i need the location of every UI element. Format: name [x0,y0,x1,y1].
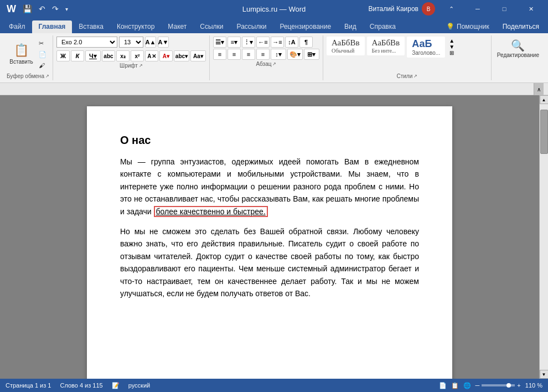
page-info[interactable]: Страница 1 из 1 [6,382,51,389]
styles-label[interactable]: Стили ↗ [396,73,417,79]
undo-quick-btn[interactable]: ↶ [37,3,48,14]
words-info[interactable]: Слово 4 из 115 [60,382,102,389]
style-no-spacing[interactable]: АаБбВв Без инте... [367,37,405,55]
ribbon-toggle-btn[interactable]: ⌃ [438,0,464,18]
styles-expand-icon[interactable]: ↗ [413,74,417,79]
align-center-btn[interactable]: ≡ [228,49,241,60]
scroll-down-btn[interactable]: ▼ [540,370,549,379]
styles-expand[interactable]: ⊞ [448,50,455,56]
redo-quick-btn[interactable]: ↷ [50,3,61,14]
numbering-btn[interactable]: ≡▾ [228,37,241,48]
font-size-label[interactable]: Аа▾ [190,50,206,61]
borders-btn[interactable]: ⊞▾ [304,49,319,60]
tab-view[interactable]: Вид [338,20,363,33]
align-left-btn[interactable]: ≡ [213,49,226,60]
paste-button[interactable]: 📋 Вставить [7,38,35,71]
decrease-indent-btn[interactable]: ←≡ [256,37,270,48]
font-top-row: Exo 2.0 13 A▲ A▼ [56,37,169,48]
tab-file[interactable]: Файл [2,20,32,33]
sort-btn[interactable]: ↕A [285,37,298,48]
shading-btn[interactable]: 🎨▾ [287,49,303,60]
styles-scroll-up[interactable]: ▲ [448,38,455,44]
spell-check-icon[interactable]: 📝 [112,382,120,389]
save-quick-btn[interactable]: 💾 [20,3,34,14]
format-painter-button[interactable]: 🖌 [37,60,49,70]
decrease-font-btn[interactable]: A▼ [158,37,169,48]
close-btn[interactable]: ✕ [518,0,544,18]
tab-mailings[interactable]: Рассылки [230,20,273,33]
show-marks-btn[interactable]: ¶ [299,37,313,48]
title-bar-right: Виталий Каиров В ⌃ ─ □ ✕ [368,0,544,18]
multilevel-btn[interactable]: ⋮▾ [242,37,255,48]
superscript-button[interactable]: x² [131,50,144,61]
styles-scroll-down[interactable]: ▼ [448,44,455,50]
highlighted-phrase[interactable]: более качественно и быстрее. [154,206,268,217]
copy-button[interactable]: 📄 [37,49,49,59]
zoom-out-btn[interactable]: ─ [475,382,480,389]
language-info[interactable]: русский [128,382,150,389]
tab-help[interactable]: Справка [363,20,402,33]
maximize-btn[interactable]: □ [492,0,517,18]
subscript-button[interactable]: x₂ [116,50,130,61]
tab-share[interactable]: Поделиться [496,20,546,33]
style-heading1[interactable]: АаБ Заголово... [407,37,445,58]
cut-button[interactable]: ✂ [37,38,49,48]
tab-home[interactable]: Главная [32,20,73,33]
document-page: О нас Мы — группа энтузиастов, одержимых… [87,106,452,379]
scroll-up-btn[interactable]: ▲ [540,95,549,104]
ruler-collapse-btn[interactable]: ∧ [534,83,544,95]
scroll-track[interactable] [540,104,548,370]
scroll-thumb[interactable] [540,110,548,154]
print-layout-icon[interactable]: 📋 [451,382,459,389]
increase-indent-btn[interactable]: →≡ [271,37,284,48]
content-area: О нас Мы — группа энтузиастов, одержимых… [0,95,548,379]
styles-content: АаБбВв Обычный АаБбВв Без инте... АаБ За… [327,37,488,72]
clear-format-button[interactable]: A✕ [145,50,158,61]
tab-references[interactable]: Ссылки [193,20,230,33]
highlight-button[interactable]: abc▾ [174,50,189,61]
bullets-btn[interactable]: ☰▾ [213,37,226,48]
font-group: Exo 2.0 13 A▲ A▼ Ж К Ч▾ abc x₂ x² A✕ A▾ … [53,35,210,80]
font-size-select[interactable]: 13 [119,37,143,48]
customize-quick-btn[interactable]: ▾ [63,5,70,13]
tab-design[interactable]: Конструктор [110,20,161,33]
tab-review[interactable]: Рецензирование [273,20,338,33]
increase-font-btn[interactable]: A▲ [145,37,156,48]
tab-assistant[interactable]: 💡Помощник [440,20,496,33]
zoom-handle[interactable] [506,383,511,388]
ruler: ∧ [4,83,544,95]
clipboard-expand-icon[interactable]: ↗ [45,74,49,79]
clipboard-group: 📋 Вставить ✂ 📄 🖌 Буфер обмена ↗ [3,35,53,80]
italic-button[interactable]: К [71,50,84,61]
font-color-button[interactable]: A▾ [159,50,173,61]
username-label: Виталий Каиров [368,5,418,13]
bold-button[interactable]: Ж [56,50,70,61]
editing-button[interactable]: 🔍 Редактирование [495,37,541,60]
zoom-level[interactable]: 110 % [525,382,542,389]
strikethrough-button[interactable]: abc [102,50,115,61]
vertical-scrollbar: ▲ ▼ [539,95,548,379]
line-spacing-btn[interactable]: ↕▾ [271,49,286,60]
read-mode-icon[interactable]: 📄 [439,382,447,389]
web-view-icon[interactable]: 🌐 [463,382,471,389]
document-scroll-area[interactable]: О нас Мы — группа энтузиастов, одержимых… [0,95,539,379]
tab-layout[interactable]: Макет [161,20,193,33]
justify-btn[interactable]: ≡ [256,49,270,60]
tab-insert[interactable]: Вставка [72,20,110,33]
paragraph-expand-icon[interactable]: ↗ [272,61,276,66]
page-title: О нас [120,134,419,147]
zoom-slider[interactable]: ─ + [475,382,521,389]
paragraph-2: Но мы не сможем это сделать без Вашей об… [120,225,419,300]
align-right-btn[interactable]: ≡ [242,49,255,60]
font-family-select[interactable]: Exo 2.0 [56,37,117,48]
style-normal[interactable]: АаБбВв Обычный [327,37,365,55]
para-top-row: ☰▾ ≡▾ ⋮▾ ←≡ →≡ ↕A ¶ [213,37,319,48]
clipboard-label[interactable]: Буфер обмена ↗ [7,73,49,79]
font-label[interactable]: Шрифт ↗ [120,63,143,69]
underline-button[interactable]: Ч▾ [85,50,101,61]
minimize-btn[interactable]: ─ [465,0,490,18]
font-expand-icon[interactable]: ↗ [139,63,143,68]
paragraph-label[interactable]: Абзац ↗ [256,61,276,67]
zoom-in-btn[interactable]: + [517,382,520,389]
user-avatar[interactable]: В [422,2,435,16]
